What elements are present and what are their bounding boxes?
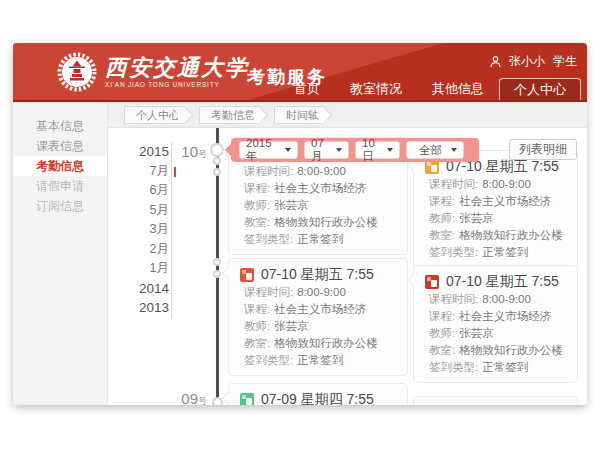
period-2015[interactable]: 2015 — [123, 142, 169, 162]
field-course-time: 课程时间:8:00-9:00 — [240, 163, 396, 180]
user-name: 张小小 — [509, 53, 545, 70]
chevron-down-icon — [451, 148, 457, 152]
field-teacher: 教师:张芸京 — [425, 325, 566, 342]
card-header: 07-09 星期四 7:55 — [240, 391, 396, 405]
day-marker-10: 10号 — [171, 143, 207, 161]
university-logo-icon — [57, 52, 97, 92]
card-header: 07-10 星期五 7:55 — [425, 273, 566, 291]
person-icon — [490, 56, 501, 68]
day-number: 10 — [181, 143, 198, 160]
app-header: 西安交通大学 XI'AN JIAO TONG UNIVERSITY 考勤服务 张… — [13, 43, 587, 102]
day-number: 09 — [181, 390, 198, 405]
calendar-status-icon — [240, 393, 254, 405]
type-dropdown[interactable]: 全部 — [406, 141, 464, 159]
calendar-status-icon — [425, 275, 439, 289]
nav-item-classrooms[interactable]: 教室情况 — [335, 78, 417, 100]
timeline-node — [213, 157, 221, 165]
field-classroom: 教室:格物致知行政办公楼 — [425, 342, 566, 359]
day-suffix: 号 — [198, 396, 207, 405]
chevron-down-icon — [285, 148, 291, 152]
attendance-app-window: 西安交通大学 XI'AN JIAO TONG UNIVERSITY 考勤服务 张… — [13, 43, 587, 405]
day-value: 10日 — [362, 137, 382, 164]
field-course: 课程:社会主义市场经济 — [240, 180, 396, 197]
field-classroom: 教室:格物致知行政办公楼 — [240, 335, 396, 352]
sidebar-item-leave-request[interactable]: 请假申请 — [13, 176, 107, 196]
sidebar-item-attendance-info[interactable]: 考勤信息 — [13, 156, 107, 176]
type-value: 全部 — [419, 143, 442, 158]
field-signin-type: 签到类型:正常签到 — [240, 231, 396, 248]
day-dropdown[interactable]: 10日 — [355, 141, 400, 159]
attendance-card: 07-09 星期四 7:55 — [228, 383, 408, 405]
breadcrumb-personal-center[interactable]: 个人中心 — [124, 106, 184, 124]
user-role: 学生 — [553, 53, 577, 70]
period-2013[interactable]: 2013 — [123, 298, 169, 318]
timeline-node-large — [210, 143, 224, 157]
list-detail-button[interactable]: 列表明细 — [509, 139, 577, 160]
attendance-card-partial — [413, 396, 578, 405]
year-value: 2015年 — [246, 137, 280, 164]
calendar-status-icon — [240, 268, 254, 282]
field-signin-type: 签到类型:正常签到 — [425, 244, 566, 261]
university-name-en: XI'AN JIAO TONG UNIVERSITY — [105, 81, 249, 88]
user-menu[interactable]: 张小小 学生 — [490, 53, 577, 70]
timeline-period-list: 2015 7月 6月 5月 3月 2月 1月 2014 2013 — [123, 142, 169, 318]
timeline-node — [213, 168, 221, 176]
card-header: 07-10 星期五 7:55 — [240, 266, 396, 284]
attendance-card: 07-10 星期五 7:55 课程时间:8:00-9:00 课程:社会主义市场经… — [413, 150, 578, 268]
attendance-card: 07-10 星期五 7:55 课程时间:8:00-9:00 课程:社会主义市场经… — [413, 265, 578, 383]
field-classroom: 教室:格物致知行政办公楼 — [425, 227, 566, 244]
active-period-tick — [174, 167, 177, 177]
breadcrumb-attendance-info[interactable]: 考勤信息 — [199, 106, 259, 124]
sidebar-item-schedule-info[interactable]: 课表信息 — [13, 136, 107, 156]
month-dropdown[interactable]: 07月 — [304, 141, 349, 159]
field-signin-type: 签到类型:正常签到 — [240, 352, 396, 369]
field-classroom: 教室:格物致知行政办公楼 — [240, 214, 396, 231]
period-february[interactable]: 2月 — [123, 240, 169, 260]
calendar-status-icon — [425, 160, 439, 174]
card-date: 07-10 星期五 7:55 — [446, 273, 559, 291]
field-course: 课程:社会主义市场经济 — [425, 308, 566, 325]
period-list-divider — [171, 142, 172, 318]
month-value: 07月 — [311, 137, 331, 164]
breadcrumb: 个人中心 考勤信息 时间轴 — [108, 102, 587, 128]
attendance-card: 07-10 星期五 7:55 课程时间:8:00-9:00 课程:社会主义市场经… — [228, 258, 408, 376]
year-dropdown[interactable]: 2015年 — [239, 141, 298, 159]
timeline-node — [213, 258, 221, 266]
university-name-cn: 西安交通大学 — [105, 55, 249, 79]
nav-item-home[interactable]: 首页 — [279, 78, 335, 100]
nav-item-other-info[interactable]: 其他信息 — [417, 78, 499, 100]
sidebar: 基本信息 课表信息 考勤信息 请假申请 订阅信息 — [13, 102, 108, 405]
period-may[interactable]: 5月 — [123, 201, 169, 221]
period-2014[interactable]: 2014 — [123, 279, 169, 299]
sidebar-item-subscription-info[interactable]: 订阅信息 — [13, 196, 107, 216]
field-teacher: 教师:张芸京 — [240, 197, 396, 214]
card-date: 07-09 星期四 7:55 — [261, 391, 374, 405]
field-teacher: 教师:张芸京 — [240, 318, 396, 335]
day-marker-09: 09号 — [171, 390, 207, 405]
period-june[interactable]: 6月 — [123, 181, 169, 201]
period-label: 7月 — [150, 164, 169, 178]
period-july-active[interactable]: 7月 — [123, 162, 169, 182]
sidebar-item-basic-info[interactable]: 基本信息 — [13, 116, 107, 136]
field-course-time: 课程时间:8:00-9:00 — [240, 284, 396, 301]
chevron-down-icon — [336, 148, 342, 152]
field-course: 课程:社会主义市场经济 — [425, 193, 566, 210]
breadcrumb-timeline[interactable]: 时间轴 — [274, 106, 323, 124]
main-nav: 首页 教室情况 其他信息 个人中心 — [279, 78, 581, 100]
university-title: 西安交通大学 XI'AN JIAO TONG UNIVERSITY — [105, 55, 249, 88]
card-date: 07-10 星期五 7:55 — [261, 266, 374, 284]
field-signin-type: 签到类型:正常签到 — [425, 359, 566, 376]
field-course: 课程:社会主义市场经济 — [240, 301, 396, 318]
date-filter-bar: 2015年 07月 10日 全部 — [231, 138, 479, 162]
field-course-time: 课程时间:8:00-9:00 — [425, 176, 566, 193]
day-suffix: 号 — [198, 149, 207, 159]
period-january[interactable]: 1月 — [123, 259, 169, 279]
nav-item-personal-center[interactable]: 个人中心 — [499, 78, 581, 100]
page: 西安交通大学 XI'AN JIAO TONG UNIVERSITY 考勤服务 张… — [0, 0, 600, 450]
field-teacher: 教师:张芸京 — [425, 210, 566, 227]
timeline-node — [213, 270, 221, 278]
chevron-down-icon — [387, 148, 393, 152]
field-course-time: 课程时间:8:00-9:00 — [425, 291, 566, 308]
period-march[interactable]: 3月 — [123, 220, 169, 240]
